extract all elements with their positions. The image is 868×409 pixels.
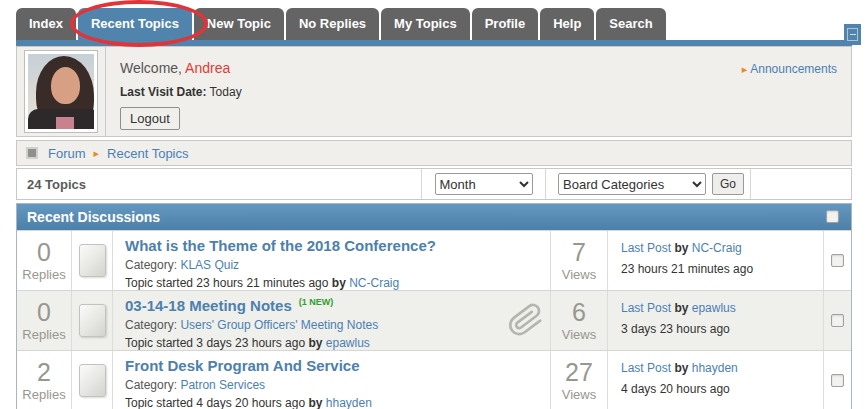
username: Andrea — [185, 60, 230, 76]
row-checkbox-cell — [824, 231, 851, 290]
topics-count: 24 Topics — [17, 169, 422, 199]
row-checkbox[interactable] — [831, 374, 844, 387]
topic-icon-cell — [72, 351, 113, 409]
discussions-table: Recent Discussions 0 Replies What is the… — [16, 203, 852, 409]
select-all-checkbox[interactable] — [826, 210, 839, 223]
new-badge: (1 NEW) — [299, 297, 334, 307]
last-post-cell: Last Post by hhayden 4 days 20 hours ago — [608, 351, 824, 409]
last-post-link[interactable]: Last Post — [621, 361, 671, 375]
topic-title-link[interactable]: What is the Theme of the 2018 Conference… — [125, 237, 436, 254]
category-link[interactable]: Patron Services — [180, 378, 265, 392]
last-post-time: 23 hours 21 minutes ago — [621, 262, 813, 276]
last-post-link[interactable]: Last Post — [621, 241, 671, 255]
topic-started: Topic started 4 days 20 hours ago by hha… — [125, 396, 540, 409]
logout-button[interactable]: Logout — [120, 107, 180, 130]
table-row: 0 Replies 03-14-18 Meeting Notes(1 NEW) … — [17, 290, 851, 350]
last-post-time: 3 days 23 hours ago — [621, 322, 813, 336]
forum-page: Index Recent Topics New Topic No Replies… — [0, 0, 868, 409]
last-visit: Last Visit Date: Today — [120, 85, 242, 99]
category-link[interactable]: KLAS Quiz — [180, 258, 239, 272]
welcome-greeting: Welcome, Andrea — [120, 60, 242, 76]
avatar — [25, 51, 97, 132]
author-link[interactable]: NC-Craig — [349, 276, 399, 290]
breadcrumb-current-link[interactable]: Recent Topics — [107, 146, 188, 161]
welcome-panel: Welcome, Andrea Last Visit Date: Today L… — [16, 46, 852, 137]
topic-page-icon — [79, 364, 106, 397]
views-cell: 6 Views — [551, 291, 608, 350]
discussions-header: Recent Discussions — [17, 204, 851, 230]
views-cell: 27 Views — [551, 351, 608, 409]
welcome-text: Welcome, Andrea Last Visit Date: Today L… — [106, 47, 242, 136]
row-checkbox[interactable] — [831, 314, 844, 327]
topic-started: Topic started 23 hours 21 minutes ago by… — [125, 276, 540, 290]
topic-category: Category: Patron Services — [125, 378, 540, 392]
tab-no-replies[interactable]: No Replies — [286, 8, 379, 40]
topic-main-cell: 03-14-18 Meeting Notes(1 NEW) Category: … — [113, 291, 551, 350]
topic-title-link[interactable]: 03-14-18 Meeting Notes — [125, 297, 292, 314]
topic-category: Category: KLAS Quiz — [125, 258, 540, 272]
discussions-header-title: Recent Discussions — [27, 209, 160, 225]
tab-recent-topics[interactable]: Recent Topics — [78, 8, 192, 40]
tab-index[interactable]: Index — [16, 8, 76, 40]
replies-cell: 0 Replies — [17, 231, 72, 290]
last-post-author-link[interactable]: epawlus — [692, 301, 736, 315]
last-post-author-link[interactable]: NC-Craig — [692, 241, 742, 255]
announcements-link[interactable]: ▸Announcements — [742, 62, 837, 76]
attachment-paperclip-icon — [508, 302, 544, 342]
table-row: 2 Replies Front Desk Program And Service… — [17, 350, 851, 409]
category-select[interactable]: Board Categories — [558, 173, 706, 195]
replies-cell: 2 Replies — [17, 351, 72, 409]
views-count: 27 — [565, 359, 593, 387]
last-post-link[interactable]: Last Post — [621, 301, 671, 315]
replies-count: 0 — [37, 239, 51, 267]
row-checkbox[interactable] — [831, 254, 844, 267]
tab-new-topic[interactable]: New Topic — [194, 8, 284, 40]
minimize-icon — [847, 28, 858, 41]
breadcrumb-arrow-icon: ▸ — [94, 147, 100, 160]
tab-bar: Index Recent Topics New Topic No Replies… — [16, 0, 852, 40]
topic-icon-cell — [72, 291, 113, 350]
go-button[interactable]: Go — [712, 173, 744, 195]
topic-page-icon — [79, 244, 106, 277]
announcements-arrow-icon: ▸ — [742, 63, 748, 75]
forum-home-icon — [26, 147, 38, 159]
replies-cell: 0 Replies — [17, 291, 72, 350]
topic-started: Topic started 3 days 23 hours ago by epa… — [125, 336, 540, 350]
avatar-cell — [17, 47, 106, 136]
author-link[interactable]: epawlus — [326, 336, 370, 350]
replies-count: 2 — [37, 359, 51, 387]
row-checkbox-cell — [824, 291, 851, 350]
topic-main-cell: Front Desk Program And Service Category:… — [113, 351, 551, 409]
collapse-panel-button[interactable] — [844, 24, 861, 45]
filter-bar: 24 Topics Month Board Categories Go — [16, 168, 852, 200]
breadcrumb: Forum ▸ Recent Topics — [16, 140, 852, 166]
tab-profile[interactable]: Profile — [472, 8, 538, 40]
author-link[interactable]: hhayden — [326, 396, 372, 409]
topic-page-icon — [79, 304, 106, 337]
topic-title-link[interactable]: Front Desk Program And Service — [125, 357, 360, 374]
topic-category: Category: Users' Group Officers' Meeting… — [125, 318, 540, 332]
views-cell: 7 Views — [551, 231, 608, 290]
last-post-cell: Last Post by epawlus 3 days 23 hours ago — [608, 291, 824, 350]
row-checkbox-cell — [824, 351, 851, 409]
tab-search[interactable]: Search — [596, 8, 665, 40]
breadcrumb-forum-link[interactable]: Forum — [48, 146, 86, 161]
tab-my-topics[interactable]: My Topics — [381, 8, 470, 40]
topic-icon-cell — [72, 231, 113, 290]
last-post-cell: Last Post by NC-Craig 23 hours 21 minute… — [608, 231, 824, 290]
table-row: 0 Replies What is the Theme of the 2018 … — [17, 230, 851, 290]
views-count: 7 — [572, 239, 586, 267]
category-link[interactable]: Users' Group Officers' Meeting Notes — [180, 318, 378, 332]
last-post-time: 4 days 20 hours ago — [621, 382, 813, 396]
topic-main-cell: What is the Theme of the 2018 Conference… — [113, 231, 551, 290]
replies-count: 0 — [37, 299, 51, 327]
last-post-author-link[interactable]: hhayden — [692, 361, 738, 375]
period-select[interactable]: Month — [435, 173, 533, 195]
views-count: 6 — [572, 299, 586, 327]
tab-help[interactable]: Help — [540, 8, 594, 40]
